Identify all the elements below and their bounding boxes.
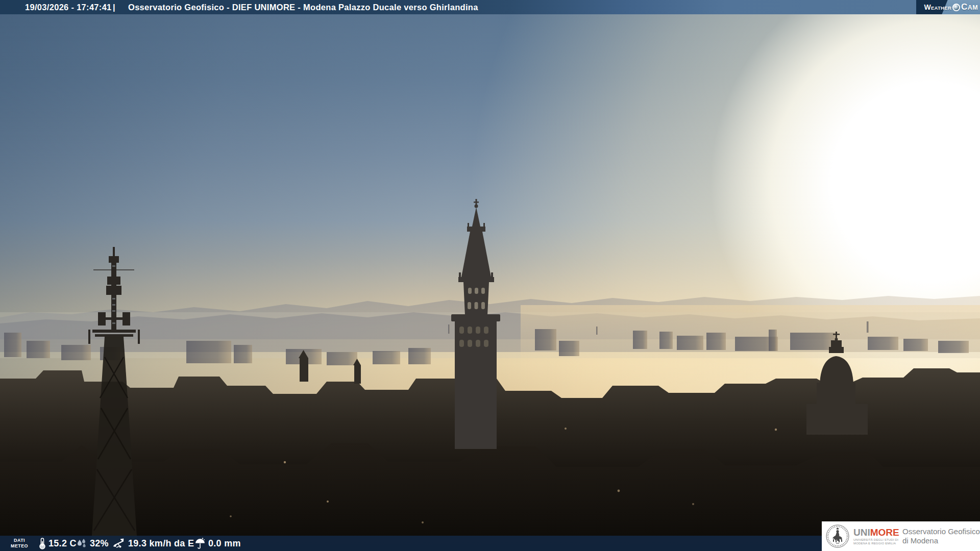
weathercam-word-cam: Cam — [961, 2, 978, 12]
branding-box: UNIMORE UNIVERSITÀ DEGLI STUDI DI MODENA… — [822, 521, 980, 551]
umbrella-icon — [194, 537, 206, 549]
weathercam-globe-icon — [952, 4, 960, 11]
unimore-word-more: MORE — [870, 527, 899, 538]
observatory-name: Osservatorio Geofisico di Modena — [902, 527, 980, 545]
thermometer-icon — [39, 537, 46, 549]
unimore-crest-icon — [826, 524, 849, 548]
rain-reading: 0.0 mm — [194, 536, 241, 551]
unimore-logo: UNIMORE UNIVERSITÀ DEGLI STUDI DI MODENA… — [853, 528, 897, 545]
humidity-reading: 32% — [76, 536, 109, 551]
header-bar: 19/03/2026 - 17:47:41 | Osservatorio Geo… — [0, 0, 980, 14]
humidity-icon — [76, 538, 87, 549]
wind-vane-icon — [113, 537, 126, 549]
temperature-reading: 15.2 C — [39, 536, 77, 551]
header-separator: | — [113, 0, 115, 14]
unimore-word-uni: UNI — [853, 527, 870, 538]
wind-reading: 19.3 km/h da E — [113, 536, 194, 551]
university-name: UNIVERSITÀ DEGLI STUDI DI MODENA E REGGI… — [853, 538, 897, 545]
cityscape-scene — [0, 0, 980, 551]
timestamp: 19/03/2026 - 17:47:41 — [25, 0, 112, 14]
weathercam-word-weather: Weather — [924, 3, 951, 11]
ghirlandina-tower — [451, 199, 500, 449]
meteo-bar: DATI METEO 15.2 C 32% — [0, 536, 822, 551]
weathercam-logo: Weather Cam — [916, 0, 980, 14]
camera-title: Osservatorio Geofisico - DIEF UNIMORE - … — [128, 0, 478, 14]
webcam-frame: 19/03/2026 - 17:47:41 | Osservatorio Geo… — [0, 0, 980, 551]
meteo-label: DATI METEO — [7, 538, 32, 549]
